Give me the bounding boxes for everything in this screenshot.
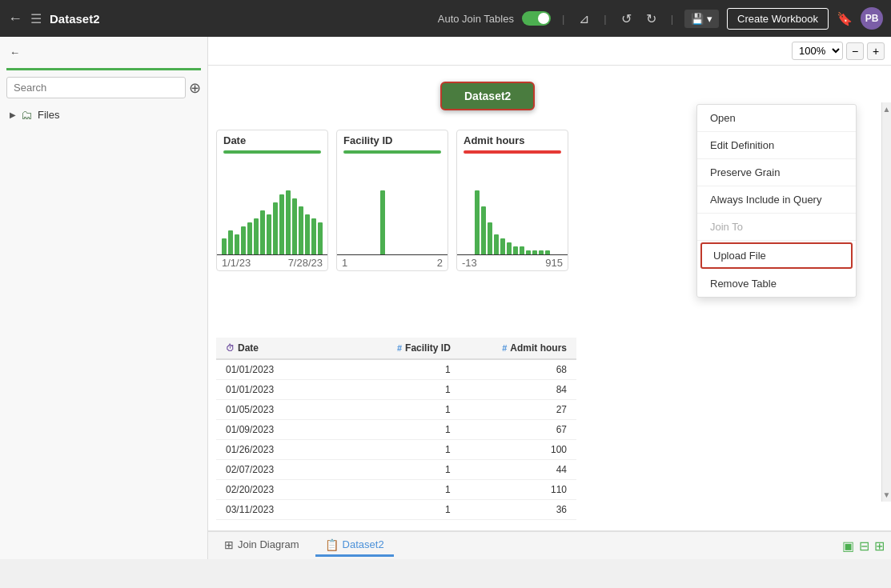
card-admit-title: Admit hours: [464, 134, 525, 146]
back-arrow-icon: ←: [10, 46, 20, 58]
table-cell: 1: [349, 480, 460, 500]
redo-icon[interactable]: ↻: [643, 8, 660, 30]
chart-bar: [526, 250, 531, 254]
card-facility-axis-min: 1: [342, 257, 347, 269]
context-menu-edit-definition[interactable]: Edit Definition: [697, 132, 856, 159]
chart-bar: [311, 218, 316, 254]
table-cell: 1: [349, 420, 460, 440]
card-facility-axis-max: 2: [437, 257, 443, 269]
data-table: ⏱Date #Facility ID #Admit hours 01/01/20…: [216, 338, 875, 520]
layout-icon-3[interactable]: ⊞: [874, 538, 885, 554]
chart-bar: [380, 190, 385, 254]
table-cell: 1: [349, 400, 460, 420]
scroll-down-icon[interactable]: ▼: [881, 488, 891, 502]
chart-bar: [254, 218, 259, 254]
undo-icon[interactable]: ↺: [618, 8, 635, 30]
context-menu: Open Edit Definition Preserve Grain Alwa…: [696, 104, 857, 298]
context-menu-always-include[interactable]: Always Include in Query: [697, 186, 856, 214]
search-input[interactable]: [6, 77, 186, 98]
bottom-right-icons: ▣ ⊟ ⊞: [842, 538, 885, 554]
bookmark-icon[interactable]: 🔖: [837, 11, 853, 26]
table-cell: 01/01/2023: [216, 359, 349, 380]
chart-bar: [513, 246, 518, 254]
table-row: 01/01/2023184: [216, 380, 576, 400]
scroll-up-icon[interactable]: ▲: [881, 102, 891, 116]
table-cell: 01/05/2023: [216, 400, 349, 420]
bottom-tabs: ⊞ Join Diagram 📋 Dataset2 ▣ ⊟ ⊞: [208, 530, 891, 559]
autojoin-toggle[interactable]: [522, 11, 551, 26]
chart-bar: [273, 202, 278, 254]
chart-bar: [267, 214, 271, 254]
card-admit-bar: [464, 150, 561, 154]
card-facility-header: Facility ID: [337, 130, 448, 150]
zoom-select[interactable]: 100%: [792, 42, 843, 60]
layout-icon-1[interactable]: ▣: [842, 538, 854, 554]
table-row: 01/01/2023168: [216, 359, 576, 380]
table-row: 02/20/20231110: [216, 480, 576, 500]
separator3: |: [671, 13, 673, 25]
card-date-bar: [223, 150, 321, 154]
hours-hash-icon: #: [502, 343, 507, 353]
table-row: 01/09/2023167: [216, 420, 576, 440]
table-cell: 02/07/2023: [216, 460, 349, 480]
filter-icon[interactable]: ⊿: [576, 8, 592, 30]
table-cell: 100: [460, 440, 576, 460]
join-diagram-icon: ⊞: [224, 538, 234, 551]
card-admit-axis-min: -13: [462, 257, 477, 269]
create-workbook-button[interactable]: Create Workbook: [727, 8, 829, 30]
chart-bar: [481, 206, 486, 254]
table-cell: 1: [349, 440, 460, 460]
table-cell: 01/09/2023: [216, 420, 349, 440]
card-date-axis: 1/1/23 7/28/23: [217, 255, 327, 270]
zoom-in-button[interactable]: +: [867, 42, 885, 60]
context-menu-open[interactable]: Open: [697, 105, 856, 132]
right-scrollbar[interactable]: ▲ ▼: [881, 102, 891, 502]
chart-bar: [494, 234, 499, 254]
table-row: 01/05/2023127: [216, 400, 576, 420]
table-cards: Date: [216, 130, 568, 271]
context-menu-join-to: Join To: [697, 214, 856, 241]
autojoin-label: Auto Join Tables: [438, 13, 514, 25]
facility-hash-icon: #: [397, 343, 402, 353]
table-cell: 36: [460, 500, 576, 520]
files-row[interactable]: ▶ 🗂 Files: [6, 105, 201, 125]
table-cell: 68: [460, 359, 576, 380]
page-title: Dataset2: [50, 12, 100, 26]
context-menu-preserve-grain[interactable]: Preserve Grain: [697, 159, 856, 186]
chart-bar: [222, 238, 227, 254]
table-cell: 1: [349, 359, 460, 380]
chart-bar: [286, 190, 291, 254]
card-admit: Admit hours: [456, 130, 568, 271]
table-cell: 67: [460, 420, 576, 440]
save-icon: 💾: [691, 13, 704, 25]
context-menu-upload-file[interactable]: Upload File: [700, 242, 853, 269]
table-row: 01/26/20231100: [216, 440, 576, 460]
table-cell: 27: [460, 400, 576, 420]
main-layout: ← ⊕ ▶ 🗂 Files 100% − + Dataset2: [0, 37, 891, 559]
layout-icon-2[interactable]: ⊟: [859, 538, 869, 554]
separator1: |: [562, 13, 564, 25]
table-cell: 44: [460, 460, 576, 480]
card-date-header: Date: [217, 130, 327, 150]
back-button[interactable]: ←: [8, 10, 22, 27]
chart-bar: [475, 190, 480, 254]
table-row: 02/07/2023144: [216, 460, 576, 480]
table-cell: 1: [349, 500, 460, 520]
zoom-bar: 100% − +: [208, 37, 891, 66]
save-button-group[interactable]: 💾 ▾: [684, 10, 719, 28]
separator2: |: [604, 13, 606, 25]
table-cell: 03/11/2023: [216, 500, 349, 520]
chart-bar: [318, 222, 323, 254]
add-button[interactable]: ⊕: [189, 79, 201, 97]
chart-bar: [235, 234, 239, 254]
tab-join-diagram[interactable]: ⊞ Join Diagram: [215, 535, 309, 557]
chart-bar: [507, 242, 512, 254]
zoom-out-button[interactable]: −: [846, 42, 864, 60]
sidebar-back-button[interactable]: ←: [6, 43, 201, 62]
tab-dataset2[interactable]: 📋 Dataset2: [315, 535, 394, 557]
dataset-node[interactable]: Dataset2: [440, 82, 535, 110]
context-menu-remove-table[interactable]: Remove Table: [697, 270, 856, 297]
avatar[interactable]: PB: [861, 7, 883, 30]
topbar: ← ☰ Dataset2 Auto Join Tables | ⊿ | ↺ ↻ …: [0, 0, 891, 37]
card-facility-chart: [337, 158, 448, 254]
